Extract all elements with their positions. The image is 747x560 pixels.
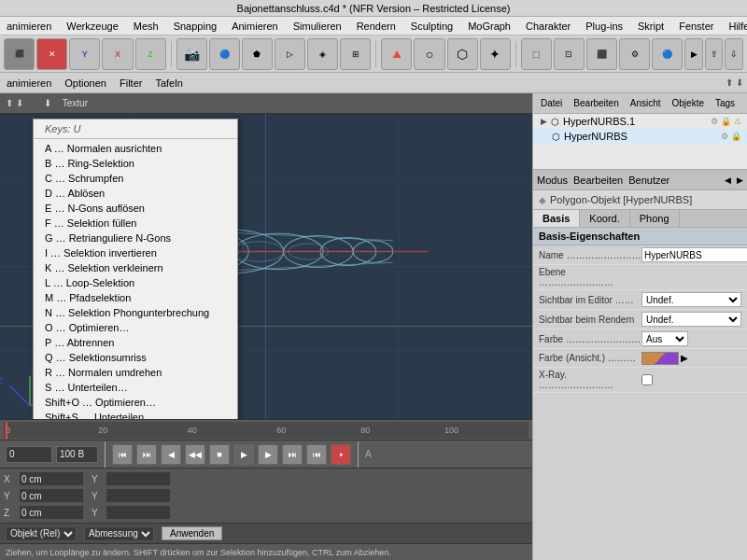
tb-btn-23[interactable]: ⇩ [725,38,743,70]
ctx-item-1[interactable]: B … Ring-Selektion [34,156,237,171]
coord-input-y[interactable] [19,488,84,503]
menu-animieren2[interactable]: Animieren [229,21,281,32]
tb-btn-2[interactable]: ✕ [36,38,67,70]
props-xray-checkbox[interactable] [641,374,653,385]
props-color-swatch[interactable] [641,352,679,365]
coord-input-y2[interactable] [106,488,171,503]
tb-btn-3[interactable]: Y [69,38,100,70]
mode-btn[interactable]: Modus [537,175,568,186]
ctx-item-13[interactable]: P … Abtrennen [34,335,237,350]
viewport-3d[interactable]: X Y Z Keys: U A … Normalen ausrichten B … [0,114,532,419]
tb-btn-12[interactable]: 🔺 [381,38,412,70]
ctx-item-6[interactable]: G … Retrianguliere N-Gons [34,231,237,245]
ctx-item-2[interactable]: C … Schrumpfen [34,171,237,186]
coord-input-z2[interactable] [106,505,171,520]
props-tab-basis[interactable]: Basis [533,210,580,227]
fps-input[interactable] [56,446,98,463]
ctx-item-3[interactable]: D … Ablösen [34,186,237,201]
coord-input-x[interactable] [19,471,84,486]
menu-charakter[interactable]: Charakter [523,21,573,32]
props-farbe-arrow[interactable]: ▶ [681,353,688,363]
measure-select[interactable]: Abmessung [84,526,154,541]
benutzer-btn[interactable]: Benutzer [628,175,669,186]
rh-ansicht[interactable]: Ansicht [627,97,665,109]
menu-simulieren[interactable]: Simulieren [290,21,345,32]
tree-item-1[interactable]: ⬡ HyperNURBS ⚙ 🔒 [533,129,747,144]
tb-btn-10[interactable]: ◈ [307,38,338,70]
menu-animieren[interactable]: animieren [4,21,54,32]
props-tab-koord[interactable]: Koord. [580,210,629,227]
tree-vis-icon-0[interactable]: ⚙ [711,117,718,126]
ctx-item-9[interactable]: L … Loop-Selektion [34,275,237,290]
tb-btn-15[interactable]: ✦ [480,38,511,70]
btn-play-rev[interactable]: ◀◀ [185,444,205,465]
timeline-playhead[interactable] [6,422,7,439]
tree-vis-icon-1[interactable]: ⚙ [721,132,728,141]
ctx-item-8[interactable]: K … Selektion verkleinern [34,260,237,275]
menu-rendern[interactable]: Rendern [354,21,399,32]
menu-hilfe[interactable]: Hilfe [726,21,747,32]
tb-btn-19[interactable]: ⚙ [619,38,650,70]
tb2-animieren[interactable]: animieren [4,77,54,89]
ctx-item-18[interactable]: Shift+S … Unterteilen… [34,410,237,419]
tree-lock-icon-1[interactable]: 🔒 [731,132,741,141]
ctx-item-0[interactable]: A … Normalen ausrichten [34,141,237,156]
props-editor-select[interactable]: Undef. [641,292,741,307]
ctx-item-11[interactable]: N … Selektion Phongunterbrechung [34,305,237,320]
btn-to-start[interactable]: ⏮ [112,444,133,465]
rh-bearbeiten[interactable]: Bearbeiten [570,97,622,109]
menu-snapping[interactable]: Snapping [171,21,220,32]
apply-button[interactable]: Anwenden [162,526,222,540]
btn-next-frame[interactable]: ▶ [258,444,278,465]
tb-btn-5[interactable]: Z [135,38,166,70]
tb-btn-21[interactable]: ▶ [684,38,703,70]
tb-btn-1[interactable]: ⬛ [4,38,35,70]
ctx-item-5[interactable]: F … Selektion füllen [34,216,237,231]
tb-btn-17[interactable]: ⊡ [554,38,585,70]
menu-mesh[interactable]: Mesh [131,21,162,32]
tb-btn-14[interactable]: ⬡ [447,38,478,70]
btn-prev-frame[interactable]: ◀ [161,444,181,465]
tree-lock-icon-0[interactable]: 🔒 [721,117,731,126]
btn-record[interactable]: ● [331,444,351,465]
btn-prev-key[interactable]: ⏭ [136,444,157,465]
tree-expand-0[interactable]: ▶ [541,117,547,126]
tb-btn-18[interactable]: ⬛ [586,38,617,70]
tb-btn-11[interactable]: ⊞ [340,38,371,70]
menu-sculpting[interactable]: Sculpting [408,21,456,32]
ctx-item-17[interactable]: Shift+O … Optimieren… [34,395,237,410]
tb-btn-6[interactable]: 📷 [176,38,207,70]
ctx-item-10[interactable]: M … Pfadselektion [34,290,237,305]
tb2-filter[interactable]: Filter [117,77,145,89]
viewport-header-mode[interactable]: Textur [63,98,88,108]
frame-input[interactable] [6,446,52,463]
rh-objekte[interactable]: Objekte [669,97,708,109]
props-farbe-select[interactable]: Aus [641,331,688,346]
coord-input-x2[interactable] [106,471,171,486]
ctx-item-4[interactable]: E … N-Gons auflösen [34,201,237,216]
menu-werkzeuge[interactable]: Werkzeuge [63,21,120,32]
ctx-item-15[interactable]: R … Normalen umdrehen [34,365,237,380]
props-tab-phong[interactable]: Phong [630,210,680,227]
tb-btn-8[interactable]: ⬟ [242,38,273,70]
coord-input-z[interactable] [19,505,84,520]
tb-btn-20[interactable]: 🔵 [652,38,683,70]
menu-fenster[interactable]: Fenster [676,21,716,32]
btn-stop[interactable]: ■ [209,444,230,465]
tb-btn-7[interactable]: 🔵 [209,38,240,70]
tb-btn-4[interactable]: X [102,38,133,70]
props-name-input[interactable] [641,247,747,262]
tree-item-0[interactable]: ▶ ⬡ HyperNURBS.1 ⚙ 🔒 ⚠ [533,114,747,129]
ctx-item-14[interactable]: Q … Selektionsumriss [34,350,237,365]
ctx-item-7[interactable]: I … Selektion invertieren [34,245,237,260]
tb-btn-9[interactable]: ▷ [275,38,305,70]
tb2-tafeln[interactable]: Tafeln [152,77,185,89]
menu-mograph[interactable]: MoGraph [465,21,514,32]
rh-lese[interactable]: Lese [742,97,747,109]
tb-btn-22[interactable]: ⇧ [705,38,724,70]
viewport-header-textur[interactable]: ⬇ [44,98,51,108]
mode-arrow-left[interactable]: ◀ [725,175,731,185]
rh-tags[interactable]: Tags [712,97,739,109]
btn-next-key[interactable]: ⏭ [282,444,303,465]
mode-select[interactable]: Objekt (Rel) [6,526,77,541]
